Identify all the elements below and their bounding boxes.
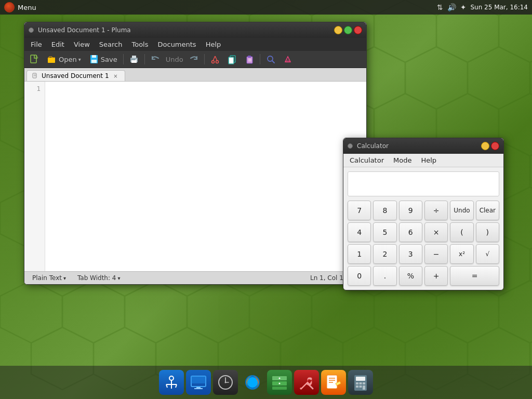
editor-textarea[interactable] [45, 82, 366, 271]
calc-btn-multiply[interactable]: × [424, 222, 448, 242]
taskbar-icon-wharfmaster[interactable] [159, 370, 184, 395]
calc-btn-sqrt[interactable]: √ [476, 244, 499, 264]
pluma-minimize-button[interactable]: − [334, 26, 342, 34]
calc-btn-4[interactable]: 4 [348, 222, 371, 242]
language-arrow: ▾ [63, 275, 66, 281]
language-selector[interactable]: Plain Text ▾ [29, 273, 70, 283]
calc-btn-divide[interactable]: ÷ [424, 201, 448, 220]
taskbar-icon-calculator[interactable] [348, 370, 373, 395]
taskbar-icon-tools[interactable] [294, 370, 319, 395]
svg-rect-16 [229, 57, 234, 64]
pluma-toolbar: Open ▾ Save Undo [24, 51, 366, 68]
calc-btn-percent[interactable]: % [399, 266, 422, 286]
calc-btn-undo[interactable]: Undo [450, 201, 473, 220]
svg-point-46 [279, 383, 281, 384]
undo-button[interactable] [148, 52, 163, 66]
open-button[interactable]: Open ▾ [44, 52, 84, 66]
top-panel: Menu ⇅ 🔊 ✦ Sun 25 Mar, 16:14 [0, 0, 532, 15]
paste-button[interactable] [242, 52, 257, 66]
taskbar-icon-text-editor[interactable] [321, 370, 346, 395]
desktop: Menu ⇅ 🔊 ✦ Sun 25 Mar, 16:14 Unsaved Doc… [0, 0, 532, 399]
svg-point-11 [211, 61, 214, 63]
pluma-maximize-button[interactable]: □ [344, 26, 352, 34]
calc-menu-mode[interactable]: Mode [389, 155, 416, 166]
calc-btn-3[interactable]: 3 [399, 244, 422, 264]
taskbar-icon-firefox[interactable] [240, 370, 265, 395]
svg-rect-58 [360, 385, 362, 388]
pluma-menu-documents[interactable]: Documents [154, 39, 201, 50]
calc-btn-close-paren[interactable]: ) [476, 222, 499, 242]
cut-button[interactable] [207, 52, 223, 66]
pluma-tab-1[interactable]: Unsaved Document 1 × [26, 70, 125, 81]
calc-menu-calculator[interactable]: Calculator [345, 155, 388, 166]
pluma-menu-file[interactable]: File [26, 39, 46, 50]
open-arrow: ▾ [78, 57, 81, 62]
svg-point-41 [247, 377, 258, 388]
calc-btn-2[interactable]: 2 [373, 244, 396, 264]
pluma-menu-view[interactable]: View [70, 39, 94, 50]
tab-1-close[interactable]: × [112, 72, 119, 79]
calc-btn-decimal[interactable]: . [373, 266, 396, 286]
svg-rect-5 [92, 55, 96, 58]
copy-button[interactable] [224, 52, 240, 66]
pluma-statusbar: Plain Text ▾ Tab Width: 4 ▾ Ln 1, Col 1 … [24, 271, 366, 284]
calc-btn-8[interactable]: 8 [373, 201, 396, 220]
calc-dot [348, 143, 353, 149]
calc-btn-open-paren[interactable]: ( [450, 222, 473, 242]
calc-btn-1[interactable]: 1 [348, 244, 371, 264]
menu-label[interactable]: Menu [18, 4, 36, 11]
calc-btn-clear[interactable]: Clear [476, 201, 499, 220]
pluma-titlebar: Unsaved Document 1 - Pluma − □ × [24, 22, 366, 38]
find-button[interactable] [263, 52, 278, 66]
redo-button[interactable] [186, 52, 202, 66]
toolbar-sep-2 [144, 54, 145, 64]
calc-minimize-button[interactable]: − [481, 142, 489, 150]
svg-point-27 [169, 376, 174, 380]
svg-rect-53 [356, 377, 365, 381]
print-button[interactable] [126, 52, 142, 66]
toolbar-sep-1 [123, 54, 124, 64]
line-numbers: 1 [24, 82, 45, 271]
pluma-menu-edit[interactable]: Edit [47, 39, 69, 50]
calc-btn-9[interactable]: 9 [399, 201, 422, 220]
calc-btn-equals[interactable]: = [450, 266, 499, 286]
calc-titlebar: Calculator − × [343, 138, 503, 154]
volume-icon: 🔊 [447, 3, 456, 11]
pluma-title: Unsaved Document 1 - Pluma [38, 26, 330, 34]
taskbar-icon-clock[interactable] [213, 370, 238, 395]
tab-width-selector[interactable]: Tab Width: 4 ▾ [74, 273, 124, 283]
svg-rect-57 [356, 385, 358, 388]
save-button[interactable]: Save [86, 52, 121, 66]
new-button[interactable] [26, 52, 42, 66]
taskbar-icon-filemanager[interactable] [267, 370, 292, 395]
panel-left: Menu [4, 2, 36, 12]
calc-close-button[interactable]: × [491, 142, 499, 150]
pluma-menu-search[interactable]: Search [95, 39, 127, 50]
highlight-button[interactable] [280, 52, 296, 66]
svg-rect-33 [191, 376, 206, 383]
calc-btn-add[interactable]: + [424, 266, 448, 286]
pluma-tabs: Unsaved Document 1 × [24, 68, 366, 82]
svg-rect-18 [248, 56, 251, 58]
svg-rect-55 [360, 382, 362, 384]
calc-btn-5[interactable]: 5 [373, 222, 396, 242]
language-label: Plain Text [32, 274, 62, 282]
calc-menu-help[interactable]: Help [417, 155, 441, 166]
calc-window-controls: − × [481, 142, 499, 150]
svg-rect-24 [33, 73, 36, 78]
taskbar [0, 366, 532, 399]
toolbar-sep-3 [204, 54, 205, 64]
pluma-menu-help[interactable]: Help [202, 39, 225, 50]
calc-display [348, 171, 499, 196]
pluma-menu-tools[interactable]: Tools [127, 39, 152, 50]
svg-line-13 [213, 56, 215, 61]
calc-btn-7[interactable]: 7 [348, 201, 371, 220]
pluma-close-button[interactable]: × [354, 26, 362, 34]
calc-btn-6[interactable]: 6 [399, 222, 422, 242]
svg-rect-1 [31, 55, 36, 63]
calc-btn-subtract[interactable]: − [424, 244, 448, 264]
calc-btn-square[interactable]: x² [450, 244, 473, 264]
svg-point-10 [135, 59, 136, 60]
calc-btn-0[interactable]: 0 [348, 266, 371, 286]
taskbar-icon-files-monitor[interactable] [186, 370, 211, 395]
